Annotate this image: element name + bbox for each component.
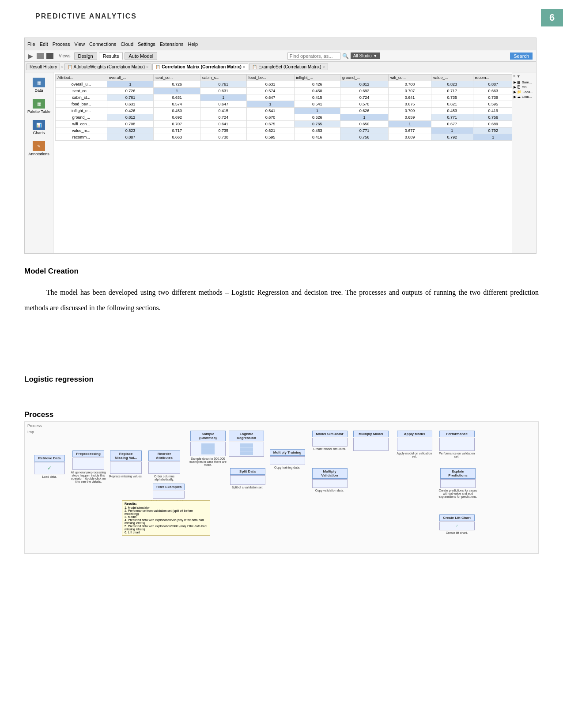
table-cell: 0.426 [107, 108, 154, 114]
table-row: recomm...0.8870.6630.7300.5950.4160.7560… [56, 134, 512, 141]
table-cell: 0.426 [294, 81, 340, 88]
model-simulator-node: Model Simulator Create model simulator. [311, 431, 348, 450]
performance-node: Performance Performance on validation se… [438, 431, 476, 458]
result-tab-correlation[interactable]: 📋 Correlation Matrix (Correlation Matrix… [152, 64, 248, 70]
result-item-4: 4. Predicted data with explanation/v/z (… [125, 518, 208, 525]
table-cell: 0.689 [389, 134, 431, 141]
table-cell: 0.724 [200, 114, 247, 121]
table-cell: 1 [154, 88, 200, 94]
create-lift-node: Create Lift Chart ✓ Create lift chart. [438, 514, 476, 534]
menu-process[interactable]: Process [53, 41, 70, 47]
table-cell: 0.735 [200, 128, 247, 134]
rm-result-tabs: Result History × 📋 AttributeWeights (Cor… [25, 62, 536, 72]
sidebar-item-palette[interactable]: ▦ Palette Table [26, 97, 52, 116]
logistic-regression-node: Logistic Regression [229, 431, 264, 457]
rm-correlation-content: Attribut... overall_... seat_co... cabin… [53, 72, 512, 253]
sidebar-item-data[interactable]: ▦ Data [31, 76, 47, 94]
table-cell: 1 [107, 81, 154, 88]
menu-cloud[interactable]: Cloud [121, 41, 133, 47]
table-cell: 0.823 [431, 81, 473, 88]
menu-extensions[interactable]: Extensions [160, 41, 184, 47]
rm-scrollbar[interactable]: 〈 〉 [25, 253, 536, 254]
search-input[interactable] [287, 53, 340, 60]
right-sidebar-item-clou[interactable]: ▶ ☁ Clou... [513, 94, 535, 99]
right-sidebar-item-loca[interactable]: ▶ 📁 Loca... [513, 90, 535, 94]
table-cell: overall_u... [56, 81, 107, 88]
table-cell: 0.453 [294, 128, 340, 134]
table-cell: 0.574 [154, 101, 200, 108]
table-row: value_m...0.8230.7170.7350.6210.4530.771… [56, 128, 512, 134]
table-cell: 0.595 [246, 134, 294, 141]
menu-file[interactable]: File [27, 41, 35, 47]
studio-dropdown[interactable]: All Studio ▼ [351, 53, 380, 59]
table-cell: 0.823 [107, 128, 154, 134]
charts-icon: 📊 [33, 120, 45, 130]
table-cell: 0.717 [431, 88, 473, 94]
menu-settings[interactable]: Settings [138, 41, 155, 47]
logistic-regression-heading: Logistic regression [24, 375, 539, 384]
result-tab-history[interactable]: Result History [26, 64, 60, 70]
right-sidebar-item-sample[interactable]: ▶ ▦ Sam... [513, 80, 535, 85]
table-cell: 0.419 [473, 108, 512, 114]
menu-connections[interactable]: Connections [89, 41, 116, 47]
model-creation-section: Model Creation The model has been develo… [24, 267, 539, 315]
table-cell: 0.647 [200, 101, 247, 108]
result-item-3: 3. Model [125, 515, 208, 518]
tab-design[interactable]: Design [74, 52, 97, 60]
table-cell: 0.771 [340, 128, 389, 134]
table-cell: recomm... [56, 134, 107, 141]
table-cell: 0.621 [431, 101, 473, 108]
table-cell: 0.574 [246, 88, 294, 94]
split-data-node: Split Data Split of a validation set. [229, 468, 266, 489]
right-sidebar-item-db[interactable]: ▶ 🗄 DB [513, 85, 535, 90]
table-cell: wifi_con... [56, 121, 107, 128]
sample-node: Sample (Stratified) Sample down to 500,0… [188, 431, 228, 466]
sidebar-data-label: Data [34, 88, 43, 93]
process-heading: Process [24, 410, 539, 419]
table-cell: 0.641 [389, 94, 431, 101]
table-cell: 0.450 [154, 108, 200, 114]
table-cell: 1 [294, 108, 340, 114]
table-cell: 0.631 [107, 101, 154, 108]
table-cell: 1 [200, 94, 247, 101]
process-zoom-label: Imp [27, 430, 34, 434]
table-row: inflight_e...0.4260.4500.4150.54110.6260… [56, 108, 512, 114]
table-cell: 0.756 [473, 114, 512, 121]
tab-results[interactable]: Results [99, 52, 123, 60]
result-tab-exampleset[interactable]: 📋 ExampleSet (Correlation Matrix) × [249, 64, 328, 70]
table-cell: food_bev... [56, 101, 107, 108]
table-cell: 0.631 [246, 81, 294, 88]
table-cell: 0.708 [389, 81, 431, 88]
table-cell: 0.692 [340, 88, 389, 94]
table-row: overall_u...10.7260.7610.6310.4260.8120.… [56, 81, 512, 88]
sidebar-item-charts[interactable]: 📊 Charts [31, 118, 47, 137]
result-tab-weights[interactable]: 📋 AttributeWeights (Correlation Matrix) … [64, 64, 152, 70]
table-cell: 0.765 [294, 121, 340, 128]
table-cell: 0.887 [473, 81, 512, 88]
table-cell: 0.812 [340, 81, 389, 88]
table-row: cabin_st...0.7610.63110.6470.4150.7240.6… [56, 94, 512, 101]
data-icon: ▦ [33, 78, 45, 87]
table-row: ground_...0.8120.6920.7240.6700.62610.65… [56, 114, 512, 121]
table-cell: 0.726 [107, 88, 154, 94]
table-cell: 0.709 [389, 108, 431, 114]
table-cell: cabin_st... [56, 94, 107, 101]
menu-edit[interactable]: Edit [40, 41, 48, 47]
menu-view[interactable]: View [74, 41, 85, 47]
table-cell: 0.677 [389, 128, 431, 134]
table-cell: 0.717 [154, 128, 200, 134]
col-header-food: food_be... [246, 75, 294, 81]
sidebar-item-annotations[interactable]: ✎ Annotations [26, 139, 51, 158]
table-cell: 0.415 [294, 94, 340, 101]
search-button[interactable]: Search [510, 53, 533, 60]
table-cell: 0.756 [340, 134, 389, 141]
table-cell: 0.541 [294, 101, 340, 108]
table-cell: 0.453 [431, 108, 473, 114]
result-item-5: 5. Predicted data with explanation/table… [125, 525, 208, 531]
table-cell: 1 [389, 121, 431, 128]
table-cell: 0.761 [107, 94, 154, 101]
logistic-regression-section: Logistic regression [24, 375, 539, 384]
sidebar-annotations-label: Annotations [28, 152, 49, 156]
tab-auto-model[interactable]: Auto Model [125, 52, 157, 60]
menu-help[interactable]: Help [188, 41, 198, 47]
